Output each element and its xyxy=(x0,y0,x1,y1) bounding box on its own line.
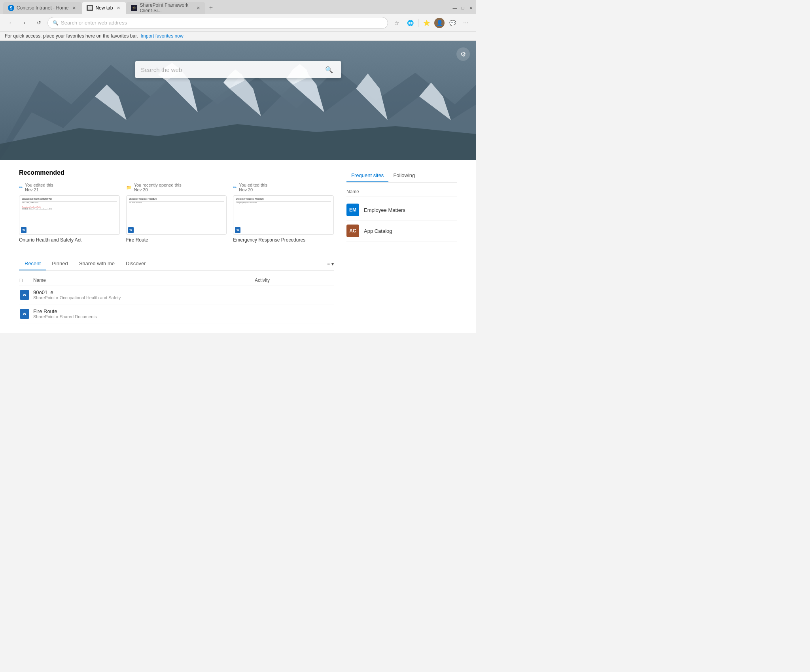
rec-card-2-action: You edited this xyxy=(239,183,267,187)
rec-card-2-thumb-text: Emergency Response Procedures xyxy=(236,202,331,204)
rec-card-1-thumbnail: Emergency Response Procedure Fire Route … xyxy=(126,195,227,235)
rec-card-1-word-icon: W xyxy=(128,227,134,233)
sharepoint-tab-icon: 🎓 xyxy=(131,5,137,11)
site-em-name: Employee Matters xyxy=(364,207,405,213)
settings-button[interactable]: ⚙ xyxy=(456,47,470,61)
search-address-icon: 🔍 xyxy=(53,20,59,26)
tab-contoso-label: Contoso Intranet - Home xyxy=(17,5,68,11)
rec-card-0-action: You edited this xyxy=(25,183,53,187)
favorites-star-button[interactable]: ☆ xyxy=(391,17,402,28)
rec-card-2-title: Emergency Response Procedures xyxy=(233,237,334,243)
tab-newtab-close[interactable]: ✕ xyxy=(115,5,121,11)
search-web-input[interactable] xyxy=(141,66,323,73)
sort-chevron: ▾ xyxy=(331,261,334,267)
avatar-image: 👤 xyxy=(436,20,443,26)
tab-pinned[interactable]: Pinned xyxy=(46,257,73,270)
rec-card-0[interactable]: ✏ You edited this Nov 21 Occupational He… xyxy=(19,183,120,243)
window-controls: — □ ✕ xyxy=(452,6,473,10)
minimize-button[interactable]: — xyxy=(452,6,457,10)
tab-sharepoint-close[interactable]: ✕ xyxy=(196,5,201,11)
site-row-em[interactable]: EM Employee Matters xyxy=(346,200,457,221)
title-bar: S Contoso Intranet - Home ✕ ⬜ New tab ✕ … xyxy=(0,0,476,14)
rec-card-1-meta: 📁 You recently opened this Nov 20 xyxy=(126,183,227,192)
globe-button[interactable]: 🌐 xyxy=(405,17,416,28)
file-row-1[interactable]: W Fire Route SharePoint » Shared Documen… xyxy=(19,304,334,323)
tab-shared-with-me[interactable]: Shared with me xyxy=(74,257,120,270)
file-row-1-icon: W xyxy=(19,309,30,319)
search-box: 🔍 xyxy=(135,61,341,78)
file-tabs-row: Recent Pinned Shared with me Discover ≡ … xyxy=(19,257,334,271)
favorites-bar: For quick access, place your favorites h… xyxy=(0,32,476,41)
rec-card-0-word-icon: W xyxy=(21,227,26,233)
site-row-ac[interactable]: AC App Catalog xyxy=(346,221,457,242)
tab-contoso-close[interactable]: ✕ xyxy=(71,5,77,11)
profile-avatar[interactable]: 👤 xyxy=(434,18,445,28)
sort-button[interactable]: ≡ ▾ xyxy=(327,261,334,267)
hero-background xyxy=(0,41,476,160)
site-ac-avatar: AC xyxy=(346,225,359,237)
search-container: 🔍 xyxy=(135,61,341,78)
file-row-0-filename: 90o01_e xyxy=(33,289,252,295)
rec-card-2-word-icon: W xyxy=(235,227,240,233)
rec-card-1-thumb-content: Emergency Response Procedure Fire Route … xyxy=(127,196,227,234)
favorites-hub-icon: ⭐ xyxy=(423,20,430,26)
rec-card-1-meta-text: You recently opened this Nov 20 xyxy=(134,183,182,192)
rec-card-1[interactable]: 📁 You recently opened this Nov 20 Emerge… xyxy=(126,183,227,243)
divider xyxy=(418,19,418,27)
address-input[interactable] xyxy=(61,20,383,26)
rec-card-1-title: Fire Route xyxy=(126,237,227,243)
maximize-button[interactable]: □ xyxy=(460,6,465,10)
file-header-icon: □ xyxy=(19,277,22,283)
rec-card-0-title: Ontario Health and Safety Act xyxy=(19,237,120,243)
file-row-1-filepath: SharePoint » Shared Documents xyxy=(33,314,252,319)
address-bar[interactable]: 🔍 xyxy=(47,17,388,29)
rec-card-0-meta-icon: ✏ xyxy=(19,185,23,190)
tab-discover[interactable]: Discover xyxy=(120,257,151,270)
favorites-hub-button[interactable]: ⭐ xyxy=(421,17,432,28)
forward-button[interactable]: › xyxy=(19,17,30,28)
sites-tab-frequent[interactable]: Frequent sites xyxy=(346,169,388,182)
file-row-1-word-icon: W xyxy=(20,309,29,319)
site-ac-label: AC xyxy=(349,228,356,234)
rec-card-2-thumbnail: Emergency Response Procedure Emergency R… xyxy=(233,195,334,235)
refresh-button[interactable]: ↺ xyxy=(33,17,44,28)
search-web-button[interactable]: 🔍 xyxy=(323,63,335,76)
refresh-icon: ↺ xyxy=(37,20,41,26)
back-button[interactable]: ‹ xyxy=(5,17,16,28)
site-em-label: EM xyxy=(349,207,356,213)
tab-newtab[interactable]: ⬜ New tab ✕ xyxy=(82,2,126,14)
rec-card-2[interactable]: ✏ You edited this Nov 20 Emergency Respo… xyxy=(233,183,334,243)
newtab-tab-icon: ⬜ xyxy=(87,5,93,11)
rec-card-0-thumb-text: S.S.O. 1990, CHAPTER O.1 Occupational He… xyxy=(22,202,117,210)
sites-tabs-row: Frequent sites Following xyxy=(346,169,457,183)
import-favorites-link[interactable]: Import favorites now xyxy=(141,33,184,39)
feedback-icon: 💬 xyxy=(449,20,456,26)
new-tab-page: ⚙ 🔍 S Contoso Intranet xyxy=(0,41,476,333)
nav-bar: ‹ › ↺ 🔍 ☆ 🌐 ⭐ 👤 💬 xyxy=(0,14,476,32)
rec-card-1-date: Nov 20 xyxy=(134,187,182,192)
tab-recent[interactable]: Recent xyxy=(19,257,46,270)
file-row-0[interactable]: W 90o01_e SharePoint » Occupational Heal… xyxy=(19,285,334,304)
tab-sharepoint[interactable]: 🎓 SharePoint Framework Client-Si... ✕ xyxy=(126,2,205,14)
files-table-header: □ Name Activity xyxy=(19,276,334,285)
forward-icon: › xyxy=(24,20,25,26)
new-tab-button[interactable]: + xyxy=(205,2,216,13)
tab-sharepoint-label: SharePoint Framework Client-Si... xyxy=(140,2,193,13)
contoso-tab-icon: S xyxy=(8,5,14,11)
back-icon: ‹ xyxy=(9,20,11,26)
feedback-button[interactable]: 💬 xyxy=(447,17,458,28)
sites-tab-following[interactable]: Following xyxy=(388,169,420,182)
search-web-icon: 🔍 xyxy=(325,66,333,74)
file-header-icon-col: □ xyxy=(19,277,30,283)
rec-card-2-thumb-content: Emergency Response Procedure Emergency R… xyxy=(233,196,333,234)
right-panel: Frequent sites Following Name EM Employe… xyxy=(346,169,457,323)
rec-card-2-meta-icon: ✏ xyxy=(233,185,237,190)
rec-card-0-meta: ✏ You edited this Nov 21 xyxy=(19,183,120,192)
menu-button[interactable]: ⋯ xyxy=(460,17,471,28)
close-button[interactable]: ✕ xyxy=(468,6,473,10)
settings-icon: ⚙ xyxy=(460,51,466,58)
rec-card-2-thumb-line xyxy=(236,201,331,202)
hero-section: ⚙ 🔍 S Contoso Intranet xyxy=(0,41,476,160)
tab-contoso[interactable]: S Contoso Intranet - Home ✕ xyxy=(3,2,82,14)
rec-card-1-thumb-line xyxy=(129,201,224,202)
